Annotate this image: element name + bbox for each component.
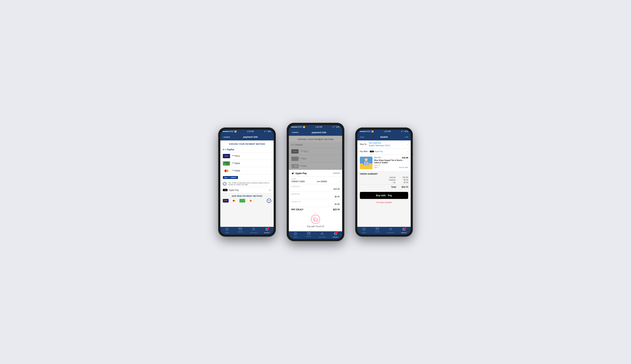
ap-card-chevron[interactable]: › xyxy=(339,180,340,182)
ap-subtotal-value: $15.99 xyxy=(334,188,340,190)
ap-subtotal-value-row: $15.99 xyxy=(291,188,340,190)
apple-pay-cancel-btn[interactable]: Cancel xyxy=(333,172,340,174)
product-qty: Qty: 1 save for later xyxy=(374,166,408,168)
tab-account-1[interactable]: ACCOUNT xyxy=(247,228,260,234)
ship-to-label: Ship To: xyxy=(360,143,367,145)
mc-icon xyxy=(223,169,230,173)
time-2: 1:32 PM xyxy=(315,126,322,128)
paypal-item[interactable]: P P PayPal xyxy=(220,147,274,152)
shop-icon-2: Z xyxy=(294,232,297,236)
svg-rect-1 xyxy=(224,162,229,163)
subtotal-label: subtotal xyxy=(389,176,395,178)
mc-item[interactable]: ****0099 xyxy=(220,167,274,174)
nav-edit-3[interactable]: edit xyxy=(392,136,408,138)
time-1: 1:32 PM xyxy=(247,130,254,132)
product-name: Blue Stripe Seagull Tee & Shorts - Infan… xyxy=(374,159,408,164)
tax-row: tax $1.80 xyxy=(360,182,408,184)
invite-icon-3 xyxy=(376,228,379,231)
shipping-row: shipping $5.95 xyxy=(360,179,408,181)
tab-account-3[interactable]: ACCOUNT xyxy=(384,228,397,234)
buy-btn-pay-text: Pay xyxy=(388,194,392,197)
back-button-1[interactable]: ‹ basket xyxy=(223,136,230,138)
ship-to-address: 2601 Elliott Ave Seattle, Washington 981… xyxy=(369,142,407,147)
save-later-btn[interactable]: save for later xyxy=(399,166,408,168)
tab-shop-2[interactable]: Z SHOP xyxy=(289,232,302,238)
tab-bar-1: Z SHOP INVITE ACCOUNT xyxy=(220,227,274,234)
apple-pay-item[interactable]: Pay Apple Pay ✓ xyxy=(220,187,274,193)
svg-text:Z: Z xyxy=(295,233,296,235)
tab-shop-3[interactable]: Z SHOP xyxy=(357,228,371,234)
carrier-1: AT&T xyxy=(229,130,234,132)
fingerprint-svg xyxy=(312,216,319,222)
signal-dots-1 xyxy=(223,131,229,132)
buy-btn-text: Buy with xyxy=(376,194,386,197)
battery-1: 42% xyxy=(268,130,271,132)
ship-to-row[interactable]: Ship To: 2601 Elliott Ave Seattle, Washi… xyxy=(357,140,411,148)
buy-with-apple-pay-button[interactable]: Buy with Pay xyxy=(360,192,408,199)
ap-card-type: CREDIT CARD xyxy=(291,180,305,182)
shop-icon-1: Z xyxy=(225,228,229,232)
pay-with-label: Pay With: xyxy=(360,150,368,152)
wifi-icon-3: 📶 xyxy=(371,130,373,132)
ap-shipping-row: SHIPPING $5.95 xyxy=(289,192,342,199)
tab-basket-2[interactable]: 1 BASKET xyxy=(329,232,342,238)
green-card-icon xyxy=(223,161,230,166)
tab-shop-label-3: SHOP xyxy=(362,232,366,234)
tax-label: tax xyxy=(393,182,395,184)
paypal-credit-item[interactable]: Pay Pal CREDIT xyxy=(220,174,274,180)
svg-rect-2 xyxy=(224,164,226,164)
svg-point-6 xyxy=(253,228,254,229)
green-last4-greyed: ****6804 xyxy=(299,158,307,160)
tab-account-2[interactable]: ACCOUNT xyxy=(315,232,329,238)
svg-text:Z: Z xyxy=(227,229,228,230)
phones-container: AT&T 📶 1:32 PM ✦ * 42% ‹ basket payment … xyxy=(218,123,413,241)
tab-basket-label-3: BASKET xyxy=(401,232,407,234)
product-row: Mud Pie $15.99 Blue Stripe Seagull Tee &… xyxy=(357,155,411,171)
tab-account-label-1: ACCOUNT xyxy=(250,232,257,234)
product-brand: Mud Pie xyxy=(374,156,381,159)
touch-id-area[interactable]: Pay with Touch ID xyxy=(289,212,342,231)
add-card-button[interactable]: + xyxy=(267,198,271,203)
paypal-item-2: P P PayPal xyxy=(289,142,342,148)
apple-pay-text-icon: Pay xyxy=(224,189,227,191)
shop-icon-3: Z xyxy=(362,228,366,232)
ap-tax-value-row: $1.80 xyxy=(291,203,340,205)
tab-basket-3[interactable]: 1 BASKET xyxy=(397,228,411,234)
status-left-2: AT&T 📶 xyxy=(291,126,305,128)
basket-icon-3: 1 xyxy=(402,228,406,232)
payment-method-header-2: CHOOSE YOUR PAYMENT METHOD xyxy=(289,136,342,142)
tab-invite-1[interactable]: INVITE xyxy=(234,228,247,234)
ap-tax-label: SALES TAX xyxy=(291,201,340,202)
ap-total-label: PAY ZULILY xyxy=(291,208,303,211)
selected-checkmark: ✓ xyxy=(269,189,271,192)
location-icon-3: ✦ xyxy=(401,130,402,132)
signal-dots-3 xyxy=(360,131,366,132)
tab-invite-2[interactable]: INVITE xyxy=(302,232,315,238)
mc-last4: ****0099 xyxy=(232,170,240,172)
apple-logo-icon xyxy=(291,172,294,174)
payment-list-1: P P PayPal VISA ****5521 ****6804 xyxy=(220,147,274,193)
ap-subtotal-row: SUBTOTAL $15.99 xyxy=(289,184,342,192)
account-icon-1 xyxy=(252,228,255,232)
ap-shipping-label: SHIPPING xyxy=(291,193,340,195)
total-label: Total xyxy=(391,186,396,188)
total-value: $23.74 xyxy=(401,186,408,188)
pay-with-row[interactable]: Pay With: Pay Apple Pay › xyxy=(357,149,411,155)
status-right-2: ✦ * 42% xyxy=(332,126,340,128)
tab-invite-3[interactable]: INVITE xyxy=(371,228,384,234)
paypal-label: PayPal xyxy=(227,148,234,151)
tab-basket-1[interactable]: 1 BASKET xyxy=(260,228,274,234)
visa-last4: ****5521 xyxy=(232,155,240,157)
product-size: Size: 4T xyxy=(374,164,408,166)
discover-icon-add xyxy=(248,199,254,202)
bluetooth-icon-3: * xyxy=(403,130,404,132)
pay-method-container: Pay Apple Pay xyxy=(370,150,407,152)
green-card-item[interactable]: ****6804 xyxy=(220,160,274,167)
visa-item[interactable]: VISA ****5521 xyxy=(220,152,274,160)
ap-shipping-value-row: $5.95 xyxy=(291,196,340,198)
touch-id-icon xyxy=(311,215,320,224)
tab-shop-1[interactable]: Z SHOP xyxy=(220,228,234,234)
back-button-2[interactable]: ‹ basket xyxy=(291,131,298,134)
green-item-2: ****6804 xyxy=(289,155,342,162)
ap-shipping-value: $5.95 xyxy=(335,196,340,198)
